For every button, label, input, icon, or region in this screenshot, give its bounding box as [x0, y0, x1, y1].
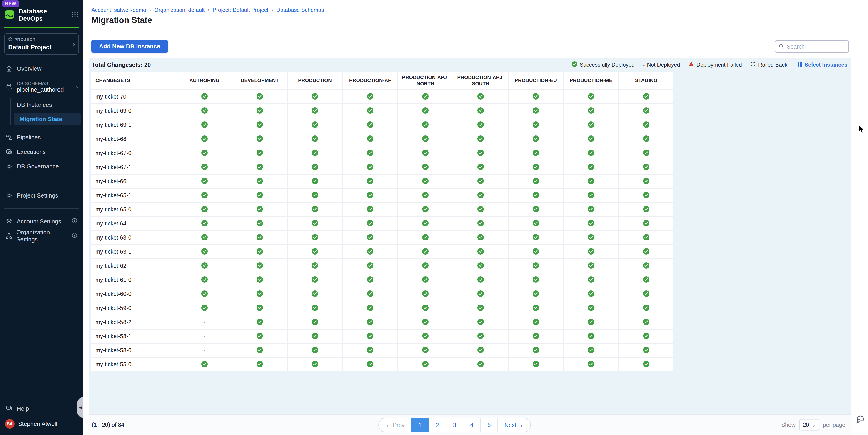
- status-cell[interactable]: [619, 189, 674, 202]
- status-cell[interactable]: [508, 259, 563, 273]
- status-cell[interactable]: [398, 344, 453, 357]
- status-cell[interactable]: [177, 259, 232, 273]
- status-cell[interactable]: [232, 315, 287, 329]
- status-cell[interactable]: [288, 160, 342, 174]
- status-cell[interactable]: [177, 301, 232, 315]
- status-cell[interactable]: [398, 146, 453, 160]
- status-cell[interactable]: [453, 231, 508, 244]
- status-cell[interactable]: [398, 287, 453, 301]
- status-cell[interactable]: [288, 90, 342, 103]
- status-cell[interactable]: [619, 160, 674, 174]
- status-cell[interactable]: [453, 189, 508, 202]
- status-cell[interactable]: [288, 287, 342, 301]
- status-cell[interactable]: [232, 231, 287, 244]
- status-cell[interactable]: [398, 245, 453, 258]
- status-cell[interactable]: [232, 245, 287, 258]
- status-cell[interactable]: [619, 287, 674, 301]
- status-cell[interactable]: [232, 90, 287, 103]
- status-cell[interactable]: [232, 259, 287, 273]
- status-cell[interactable]: [343, 245, 397, 258]
- status-cell[interactable]: [619, 146, 674, 160]
- status-cell[interactable]: [619, 203, 674, 216]
- status-cell[interactable]: [177, 358, 232, 371]
- status-cell[interactable]: [232, 189, 287, 202]
- status-cell[interactable]: [343, 160, 397, 174]
- status-cell[interactable]: [508, 358, 563, 371]
- status-cell[interactable]: [288, 344, 342, 357]
- status-cell[interactable]: [619, 217, 674, 230]
- status-cell[interactable]: [343, 358, 397, 371]
- status-cell[interactable]: [453, 287, 508, 301]
- sidebar-item-help[interactable]: ? Help: [0, 401, 83, 416]
- page-button-1[interactable]: 1: [411, 418, 429, 432]
- status-cell[interactable]: [343, 273, 397, 287]
- status-cell[interactable]: [508, 189, 563, 202]
- status-cell[interactable]: [453, 118, 508, 132]
- status-cell[interactable]: [398, 203, 453, 216]
- status-cell[interactable]: [508, 245, 563, 258]
- status-cell[interactable]: [619, 90, 674, 103]
- status-cell[interactable]: [288, 315, 342, 329]
- sidebar-item-organization-settings[interactable]: Organization Settings: [0, 229, 83, 243]
- status-cell[interactable]: [177, 203, 232, 216]
- status-cell[interactable]: [232, 118, 287, 132]
- status-cell[interactable]: [232, 287, 287, 301]
- status-cell[interactable]: [453, 259, 508, 273]
- sidebar-item-overview[interactable]: Overview: [0, 61, 83, 76]
- status-cell[interactable]: [288, 358, 342, 371]
- status-cell[interactable]: [232, 203, 287, 216]
- status-cell[interactable]: [288, 231, 342, 244]
- status-cell[interactable]: [619, 104, 674, 118]
- status-cell[interactable]: [619, 315, 674, 329]
- sidebar-item-pipelines[interactable]: Pipelines: [0, 130, 83, 145]
- sidebar-item-db-governance[interactable]: DB Governance: [0, 159, 83, 174]
- status-cell[interactable]: [398, 358, 453, 371]
- page-button-3[interactable]: 3: [446, 418, 463, 432]
- status-cell[interactable]: [343, 315, 397, 329]
- status-cell[interactable]: [343, 90, 397, 103]
- status-cell[interactable]: [177, 217, 232, 230]
- status-cell[interactable]: [288, 104, 342, 118]
- status-cell[interactable]: [177, 231, 232, 244]
- status-cell[interactable]: [564, 104, 618, 118]
- status-cell[interactable]: [177, 90, 232, 103]
- status-cell[interactable]: [398, 160, 453, 174]
- breadcrumb-database-schemas[interactable]: Database Schemas: [276, 7, 324, 13]
- status-cell[interactable]: [288, 259, 342, 273]
- status-cell[interactable]: [564, 330, 618, 343]
- status-cell[interactable]: [288, 132, 342, 146]
- status-cell[interactable]: [177, 160, 232, 174]
- status-cell[interactable]: -: [177, 330, 232, 343]
- status-cell[interactable]: [232, 160, 287, 174]
- status-cell[interactable]: [453, 217, 508, 230]
- status-cell[interactable]: [288, 189, 342, 202]
- status-cell[interactable]: [288, 118, 342, 132]
- status-cell[interactable]: [288, 273, 342, 287]
- status-cell[interactable]: [453, 104, 508, 118]
- status-cell[interactable]: [288, 203, 342, 216]
- status-cell[interactable]: [564, 315, 618, 329]
- page-button-5[interactable]: 5: [480, 418, 498, 432]
- status-cell[interactable]: [508, 160, 563, 174]
- status-cell[interactable]: [564, 132, 618, 146]
- status-cell[interactable]: [288, 175, 342, 188]
- status-cell[interactable]: [232, 217, 287, 230]
- status-cell[interactable]: [564, 203, 618, 216]
- status-cell[interactable]: [453, 90, 508, 103]
- status-cell[interactable]: [564, 259, 618, 273]
- status-cell[interactable]: [232, 273, 287, 287]
- status-cell[interactable]: [343, 203, 397, 216]
- sidebar-item-executions[interactable]: Executions: [0, 145, 83, 159]
- status-cell[interactable]: [343, 189, 397, 202]
- sidebar-item-project-settings[interactable]: Project Settings: [0, 188, 83, 203]
- status-cell[interactable]: [508, 217, 563, 230]
- status-cell[interactable]: [564, 90, 618, 103]
- status-cell[interactable]: [288, 330, 342, 343]
- status-cell[interactable]: [508, 175, 563, 188]
- status-cell[interactable]: [232, 132, 287, 146]
- status-cell[interactable]: [177, 132, 232, 146]
- status-cell[interactable]: [177, 104, 232, 118]
- status-cell[interactable]: [398, 315, 453, 329]
- status-cell[interactable]: [619, 259, 674, 273]
- status-cell[interactable]: [453, 344, 508, 357]
